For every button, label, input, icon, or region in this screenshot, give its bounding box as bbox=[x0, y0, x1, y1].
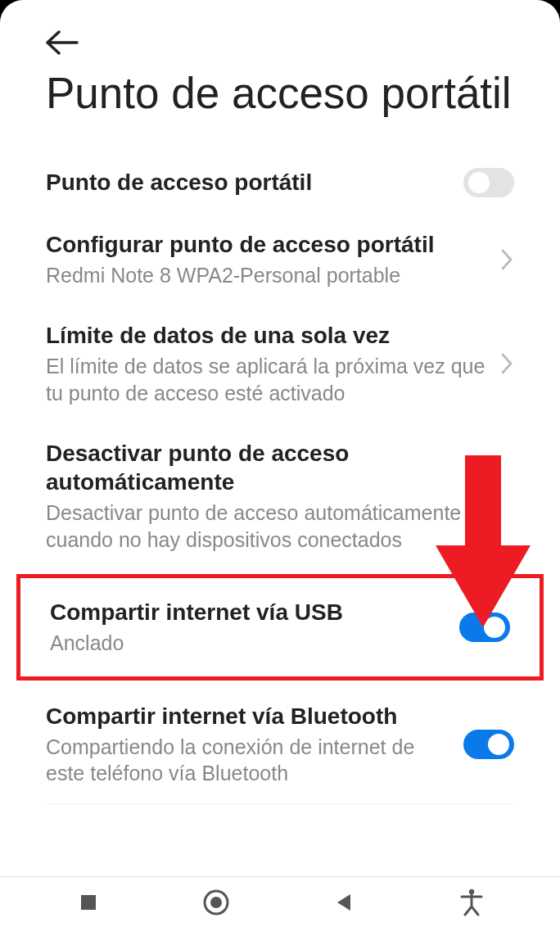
nav-accessibility-button[interactable] bbox=[451, 882, 492, 923]
usb-tether-title: Compartir internet vía USB bbox=[50, 598, 449, 626]
usb-tether-subtitle: Anclado bbox=[50, 630, 449, 657]
accessibility-icon bbox=[460, 889, 483, 916]
svg-rect-0 bbox=[81, 895, 96, 910]
settings-screen: Punto de acceso portátil Punto de acceso… bbox=[0, 0, 560, 927]
configure-title: Configurar punto de acceso portátil bbox=[46, 230, 490, 259]
back-button[interactable] bbox=[0, 0, 79, 59]
chevron-right-icon bbox=[499, 351, 514, 376]
nav-recent-button[interactable] bbox=[68, 882, 109, 923]
configure-subtitle: Redmi Note 8 WPA2-Personal portable bbox=[46, 262, 490, 289]
svg-point-2 bbox=[210, 897, 222, 908]
content-area: Punto de acceso portátil Punto de acceso… bbox=[0, 0, 560, 876]
chevron-right-icon bbox=[499, 247, 514, 272]
page-title: Punto de acceso portátil bbox=[0, 59, 560, 151]
bt-tether-subtitle: Compartiendo la conexión de internet de … bbox=[46, 734, 454, 787]
bt-tether-row[interactable]: Compartir internet vía Bluetooth Compart… bbox=[0, 685, 560, 803]
arrow-down-annotation-icon bbox=[434, 455, 532, 635]
hotspot-toggle-row[interactable]: Punto de acceso portátil bbox=[0, 151, 560, 214]
divider bbox=[46, 803, 514, 804]
bt-tether-toggle[interactable] bbox=[463, 730, 514, 759]
data-limit-title: Límite de datos de una sola vez bbox=[46, 321, 490, 350]
bt-tether-title: Compartir internet vía Bluetooth bbox=[46, 702, 454, 730]
svg-point-3 bbox=[469, 889, 474, 893]
configure-hotspot-row[interactable]: Configurar punto de acceso portátil Redm… bbox=[0, 214, 560, 305]
data-limit-row[interactable]: Límite de datos de una sola vez El límit… bbox=[0, 305, 560, 423]
square-icon bbox=[79, 893, 97, 911]
nav-bar bbox=[0, 876, 560, 927]
data-limit-subtitle: El límite de datos se aplicará la próxim… bbox=[46, 353, 490, 406]
hotspot-toggle[interactable] bbox=[463, 168, 514, 197]
hotspot-title: Punto de acceso portátil bbox=[46, 168, 454, 197]
nav-home-button[interactable] bbox=[196, 882, 237, 923]
triangle-left-icon bbox=[335, 893, 353, 912]
nav-back-button[interactable] bbox=[323, 882, 364, 923]
circle-icon bbox=[202, 889, 230, 916]
arrow-left-icon bbox=[46, 29, 79, 56]
